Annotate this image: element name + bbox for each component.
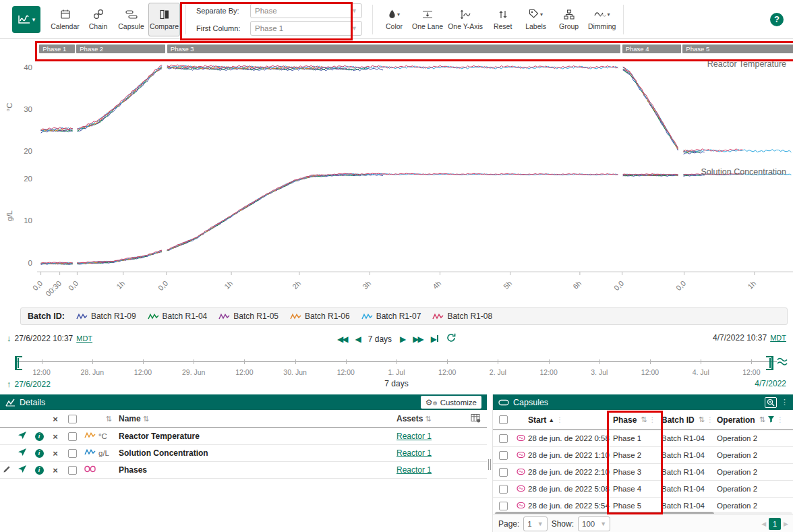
asset-link[interactable]: Reactor 1: [396, 448, 432, 458]
panel-splitter-grip[interactable]: [487, 456, 492, 473]
separate-by-select[interactable]: Phase ▼: [250, 3, 362, 18]
legend-item[interactable]: Batch R1-04: [148, 312, 208, 321]
prev-page-icon[interactable]: ◀: [761, 521, 766, 527]
timeline-tick-mark: [143, 359, 144, 364]
details-row[interactable]: i × °C Reactor Temperature Reactor 1: [0, 428, 487, 445]
asset-link[interactable]: Reactor 1: [396, 432, 432, 441]
investigate-start-icon[interactable]: ↓: [7, 333, 11, 343]
column-menu-icon[interactable]: ⋮: [649, 416, 656, 423]
first-column-select[interactable]: Phase 1 ▼: [250, 21, 362, 36]
step-to-end-icon[interactable]: ▶: [431, 334, 438, 344]
investigate-range-icon[interactable]: ↑: [7, 379, 11, 389]
duration-button[interactable]: 7 days: [368, 334, 392, 344]
details-row[interactable]: i × Phases Reactor 1: [0, 462, 487, 479]
remove-icon[interactable]: ×: [53, 432, 58, 442]
start-column-header[interactable]: Start▲⋮: [528, 415, 563, 425]
remove-icon[interactable]: ×: [53, 465, 58, 475]
page-select[interactable]: 1▼: [523, 516, 547, 531]
row-checkbox[interactable]: [499, 451, 508, 460]
legend-item[interactable]: Batch R1-09: [76, 312, 136, 321]
row-checkbox[interactable]: [68, 449, 77, 458]
column-menu-icon[interactable]: ⋮: [777, 416, 784, 423]
capsule-row[interactable]: 28 de jun. de 2022 5:08 Phase 4 Batch R1…: [493, 481, 793, 498]
assets-column-header[interactable]: Assets⇅: [376, 414, 432, 423]
current-page-button[interactable]: 1: [769, 518, 781, 530]
calendar-button[interactable]: Calendar: [49, 3, 81, 36]
capsule-row[interactable]: 28 de jun. de 2022 2:10 Phase 3 Batch R1…: [493, 464, 793, 481]
legend-item-label: Batch R1-08: [447, 312, 492, 321]
select-all-checkbox[interactable]: [68, 415, 77, 423]
legend-item-label: Batch R1-04: [163, 312, 208, 321]
asset-link[interactable]: Reactor 1: [396, 465, 432, 475]
legend-item[interactable]: Batch R1-08: [432, 312, 492, 321]
color-button[interactable]: ▾ Color: [378, 3, 410, 36]
timeline-summary: ↑ 27/6/2022 7 days 4/7/2022: [0, 379, 793, 390]
info-icon[interactable]: i: [35, 432, 44, 441]
select-all-checkbox[interactable]: [499, 415, 508, 424]
column-menu-icon[interactable]: ⋮: [556, 416, 563, 423]
name-column-header[interactable]: Name⇅: [119, 414, 149, 423]
phase-chip[interactable]: Phase 4: [622, 45, 681, 53]
legend-item[interactable]: Batch R1-05: [218, 312, 278, 321]
remove-icon[interactable]: ×: [53, 448, 58, 459]
step-back-icon[interactable]: ◀: [355, 334, 359, 344]
row-checkbox[interactable]: [499, 434, 508, 443]
condition-color-icon: [84, 465, 96, 475]
send-icon[interactable]: [18, 448, 27, 459]
dimming-button[interactable]: ▾ Dimming: [586, 3, 618, 36]
send-icon[interactable]: [18, 431, 27, 442]
table-settings-icon[interactable]: [471, 413, 481, 425]
group-button[interactable]: Group: [553, 3, 585, 36]
info-icon[interactable]: i: [35, 466, 44, 475]
next-page-icon[interactable]: ▶: [784, 521, 788, 527]
customize-button[interactable]: ⚙⚙ Customize: [421, 396, 481, 409]
trend-chart[interactable]: [37, 58, 793, 278]
operation-column-header[interactable]: Operation⇅⋮: [717, 415, 784, 425]
remove-all-icon[interactable]: ×: [53, 414, 58, 424]
timeline-tick-mark: [396, 359, 397, 364]
row-checkbox[interactable]: [499, 468, 508, 477]
row-checkbox[interactable]: [499, 502, 508, 510]
panel-menu-icon[interactable]: ⋮: [781, 398, 788, 407]
worksheet-view-menu-button[interactable]: ▾: [12, 6, 40, 33]
info-icon[interactable]: i: [35, 449, 44, 458]
row-checkbox[interactable]: [68, 466, 77, 475]
step-forward-icon[interactable]: ▶: [400, 334, 405, 344]
details-row[interactable]: i × g/L Solution Concentration Reactor 1: [0, 445, 487, 462]
edit-pencil-icon[interactable]: [3, 465, 11, 475]
row-checkbox[interactable]: [499, 485, 508, 494]
phase-chip[interactable]: Phase 5: [682, 45, 793, 53]
phase-chip[interactable]: Phase 3: [167, 45, 620, 53]
capsule-row[interactable]: 28 de jun. de 2022 0:58 Phase 1 Batch R1…: [493, 430, 793, 447]
step-back-full-icon[interactable]: ◀◀: [337, 334, 347, 344]
chain-button[interactable]: Chain: [82, 3, 114, 36]
labels-button[interactable]: ▾ Labels: [520, 3, 552, 36]
pagination: ◀ 1 ▶: [761, 518, 788, 530]
capsule-time-icon[interactable]: [777, 357, 788, 366]
show-select[interactable]: 100▼: [578, 516, 610, 531]
step-forward-full-icon[interactable]: ▶▶: [413, 334, 422, 344]
send-icon[interactable]: [18, 465, 27, 475]
batch-id-column-header[interactable]: Batch ID⇅⋮: [662, 415, 713, 425]
trend-icon: [18, 14, 31, 25]
refresh-icon[interactable]: [446, 333, 456, 345]
compare-button[interactable]: Compare: [148, 3, 180, 36]
one-y-axis-button[interactable]: One Y-Axis: [445, 3, 486, 36]
sort-icon[interactable]: ⇅: [105, 415, 111, 423]
one-lane-button[interactable]: One Lane: [411, 3, 444, 36]
legend-item[interactable]: Batch R1-06: [290, 312, 350, 321]
phase-chip[interactable]: Phase 1: [39, 45, 74, 53]
capsule-row[interactable]: 28 de jun. de 2022 1:10 Phase 2 Batch R1…: [493, 447, 793, 464]
help-button[interactable]: ?: [770, 13, 784, 26]
column-menu-icon[interactable]: ⋮: [707, 416, 713, 423]
phase-column-header[interactable]: Phase⇅⋮: [613, 415, 656, 425]
end-timezone-link[interactable]: MDT: [770, 334, 786, 342]
phase-chip[interactable]: Phase 2: [76, 45, 165, 53]
legend-item[interactable]: Batch R1-07: [361, 312, 421, 321]
capsule-button[interactable]: Capsule: [115, 3, 147, 36]
start-timezone-link[interactable]: MDT: [76, 334, 92, 343]
row-checkbox[interactable]: [68, 432, 77, 441]
filter-icon[interactable]: [767, 415, 775, 425]
zoom-to-capsule-button[interactable]: [765, 397, 777, 408]
reset-button[interactable]: Reset: [487, 3, 519, 36]
